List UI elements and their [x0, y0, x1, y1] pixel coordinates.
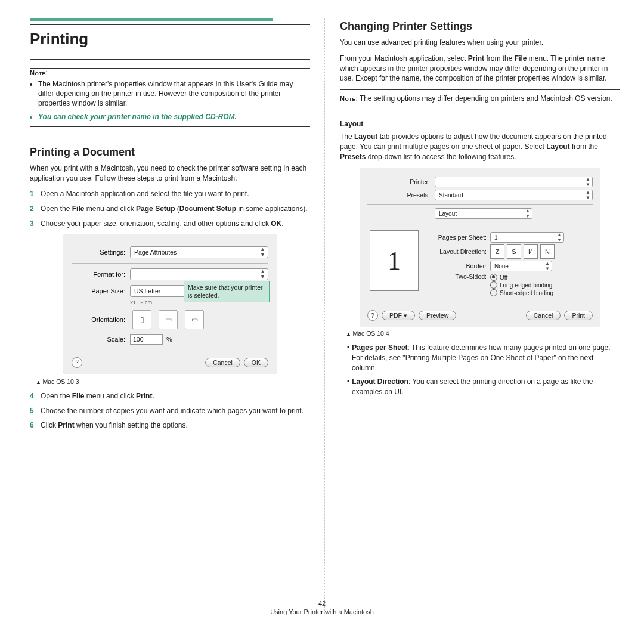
paragraph: From your Macintosh application, select …: [340, 54, 620, 83]
heading-printing-document: Printing a Document: [30, 146, 310, 159]
cancel-button[interactable]: Cancel: [205, 358, 240, 367]
step-number: 1: [30, 189, 41, 199]
paper-size-label: Paper Size:: [72, 287, 130, 295]
orientation-label: Orientation:: [72, 316, 130, 323]
cancel-button[interactable]: Cancel: [526, 311, 561, 320]
bullet-item: Layout Direction: You can select the pri…: [347, 377, 620, 397]
step-text: Choose the number of copies you want and…: [41, 406, 310, 416]
figure-caption: Mac OS 10.4: [346, 330, 620, 337]
column-divider: [324, 18, 326, 614]
scale-input[interactable]: 100: [130, 334, 163, 345]
orientation-portrait-icon[interactable]: ▯: [132, 310, 151, 329]
presets-label: Presets:: [367, 191, 435, 199]
note-item-emphasis: You can check your printer name in the s…: [38, 112, 310, 122]
format-for-select[interactable]: ▲▼: [130, 268, 268, 280]
step-text: Open the File menu and click Print.: [41, 391, 310, 401]
note-box: Note: The Macintosh printer's properties…: [30, 69, 310, 122]
step-number: 5: [30, 406, 41, 416]
settings-label: Settings:: [72, 249, 130, 256]
heading-changing-settings: Changing Printer Settings: [340, 20, 620, 33]
ok-button[interactable]: OK: [244, 358, 268, 367]
format-for-label: Format for:: [72, 271, 130, 278]
border-select[interactable]: None▲▼: [490, 261, 552, 271]
print-layout-dialog: Printer:▲▼ Presets:Standard▲▼ Layout▲▼ 1…: [360, 168, 600, 327]
printer-label: Printer:: [367, 178, 435, 185]
orientation-landscape-flip-icon[interactable]: ▭: [185, 310, 204, 329]
page-footer: 42 Using Your Printer with a Macintosh: [0, 600, 644, 615]
bullet-item: Pages per Sheet: This feature determines…: [347, 343, 620, 373]
presets-select[interactable]: Standard▲▼: [435, 190, 593, 200]
note-label: Note: [30, 69, 45, 76]
page-number: 42: [0, 600, 644, 607]
rule: [340, 110, 620, 110]
orientation-landscape-icon[interactable]: ▭: [159, 310, 178, 329]
layout-direction-4-icon[interactable]: N: [540, 244, 555, 259]
step-text: Open the File menu and click Page Setup …: [41, 204, 310, 214]
paragraph: The Layout tab provides options to adjus…: [340, 132, 620, 162]
footer-text: Using Your Printer with a Macintosh: [0, 608, 644, 615]
step-number: 6: [30, 420, 41, 431]
pages-per-sheet-label: Pages per Sheet:: [427, 234, 490, 241]
paragraph: You can use advanced printing features w…: [340, 38, 620, 48]
help-icon[interactable]: ?: [367, 310, 378, 321]
border-label: Border:: [427, 262, 490, 270]
heading-layout: Layout: [340, 120, 620, 128]
two-sided-long-radio[interactable]: Long-edged binding: [490, 281, 553, 289]
callout-tip: Make sure that your printer is selected.: [184, 281, 270, 302]
percent-label: %: [166, 336, 172, 343]
layout-direction-1-icon[interactable]: Z: [490, 244, 504, 259]
two-sided-label: Two-Sided:: [427, 273, 490, 280]
figure-caption: Mac OS 10.3: [36, 378, 310, 385]
step-text: Choose your paper size, orientation, sca…: [41, 219, 310, 229]
note-item: The Macintosh printer's properties windo…: [38, 79, 310, 109]
page-setup-dialog: Settings:Page Attributes▲▼ Format for:▲▼…: [63, 234, 277, 374]
note-paragraph: Note: The setting options may differ dep…: [340, 94, 620, 104]
pdf-button[interactable]: PDF ▾: [382, 311, 415, 320]
section-accent-bar: [30, 18, 273, 21]
two-sided-off-radio[interactable]: Off: [490, 274, 553, 281]
pages-per-sheet-select[interactable]: 1▲▼: [490, 232, 564, 243]
step-text: Click Print when you finish setting the …: [41, 420, 310, 431]
step-number: 2: [30, 204, 41, 214]
layout-direction-label: Layout Direction:: [427, 248, 490, 255]
help-icon[interactable]: ?: [72, 357, 82, 368]
section-select[interactable]: Layout▲▼: [435, 208, 532, 219]
layout-direction-2-icon[interactable]: S: [507, 244, 521, 259]
rule: [340, 89, 620, 90]
print-button[interactable]: Print: [564, 311, 593, 320]
heading-printing: Printing: [30, 30, 310, 48]
printer-select[interactable]: ▲▼: [435, 177, 593, 187]
layout-direction-3-icon[interactable]: И: [524, 244, 538, 259]
intro-paragraph: When you print with a Macintosh, you nee…: [30, 163, 310, 184]
step-text: Open a Macintosh application and select …: [41, 189, 310, 199]
two-sided-short-radio[interactable]: Short-edged binding: [490, 289, 553, 296]
scale-label: Scale:: [72, 336, 130, 343]
layout-preview: 1: [370, 230, 419, 291]
step-number: 4: [30, 391, 41, 401]
preview-button[interactable]: Preview: [419, 311, 456, 320]
rule: [30, 24, 310, 25]
step-number: 3: [30, 219, 41, 229]
settings-select[interactable]: Page Attributes▲▼: [130, 246, 268, 258]
